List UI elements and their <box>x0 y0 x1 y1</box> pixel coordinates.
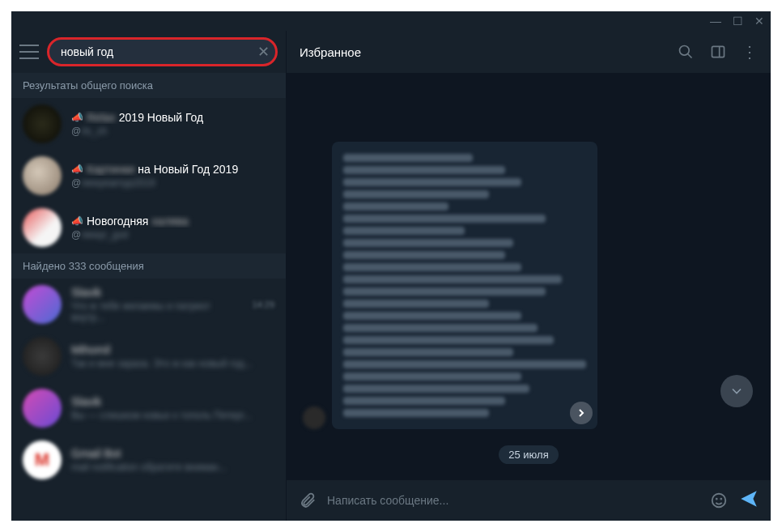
avatar <box>23 156 62 195</box>
sidepanel-icon[interactable] <box>709 43 727 61</box>
megaphone-icon: 📣 <box>71 112 83 123</box>
result-title: 2019 Новый Год <box>119 111 203 124</box>
search-result-channel[interactable]: 📣 Картинки на Новый Год 2019 @newyearnyp… <box>11 150 286 202</box>
svg-rect-2 <box>712 46 725 57</box>
avatar <box>23 285 62 324</box>
result-title: на Новый Год 2019 <box>138 163 238 176</box>
avatar <box>23 440 62 479</box>
date-separator: 25 июля <box>499 445 558 464</box>
megaphone-icon: 📣 <box>71 164 83 175</box>
attach-icon[interactable] <box>298 491 317 510</box>
app-window: — ☐ ✕ ✕ Результаты общего поиска 📣 <box>11 11 771 521</box>
search-result-channel[interactable]: 📣 Relax 2019 Новый Год @rlx_ch <box>11 98 286 150</box>
scroll-down-button[interactable] <box>720 375 753 407</box>
clear-search-icon[interactable]: ✕ <box>257 43 270 61</box>
search-wrap: ✕ <box>47 37 278 66</box>
message-bubble <box>332 142 597 429</box>
result-title: Новогодняя <box>87 215 148 228</box>
next-icon[interactable] <box>570 402 593 424</box>
menu-icon[interactable] <box>19 45 39 59</box>
search-result-channel[interactable]: 📣 Новогодняя халява @newyr_gvd <box>11 202 286 253</box>
global-results-header: Результаты общего поиска <box>11 73 286 98</box>
sidebar: ✕ Результаты общего поиска 📣 Relax 2019 … <box>11 31 287 521</box>
messages-found-header: Найдено 333 сообщения <box>11 253 286 279</box>
window-titlebar: — ☐ ✕ <box>11 11 771 31</box>
chat-messages[interactable]: 25 июля <box>287 73 771 480</box>
avatar <box>303 406 325 429</box>
avatar <box>23 104 62 143</box>
message-input[interactable] <box>327 494 699 507</box>
window-maximize-button[interactable]: ☐ <box>733 15 743 28</box>
svg-point-0 <box>680 46 690 56</box>
chat-panel: Избранное ⋮ 25 июля <box>287 31 771 521</box>
chat-header: Избранное ⋮ <box>287 31 771 73</box>
avatar <box>23 389 62 428</box>
svg-point-4 <box>712 494 726 508</box>
search-input[interactable] <box>47 37 278 66</box>
svg-point-5 <box>716 499 717 500</box>
search-icon[interactable] <box>677 43 695 61</box>
avatar <box>23 337 62 376</box>
megaphone-icon: 📣 <box>71 215 83 227</box>
search-result-message[interactable]: Mihomil Так и мне зараза. Это ж как новы… <box>11 330 286 382</box>
compose-bar <box>287 480 771 521</box>
send-button[interactable] <box>738 488 759 513</box>
search-result-message[interactable]: Slavik Вы — слишком новых к тополь Петер… <box>11 382 286 434</box>
emoji-icon[interactable] <box>709 491 729 510</box>
window-close-button[interactable]: ✕ <box>754 15 764 28</box>
avatar <box>23 208 62 247</box>
svg-line-1 <box>688 54 692 58</box>
window-minimize-button[interactable]: — <box>710 15 721 28</box>
chat-title: Избранное <box>300 45 662 59</box>
search-result-message[interactable]: Gmail Bot mail notification обратите вни… <box>11 434 286 486</box>
svg-point-6 <box>720 499 721 500</box>
search-result-message[interactable]: Slavik Что ж тебе желаемы и патриот внут… <box>11 279 286 330</box>
more-icon[interactable]: ⋮ <box>742 42 758 62</box>
